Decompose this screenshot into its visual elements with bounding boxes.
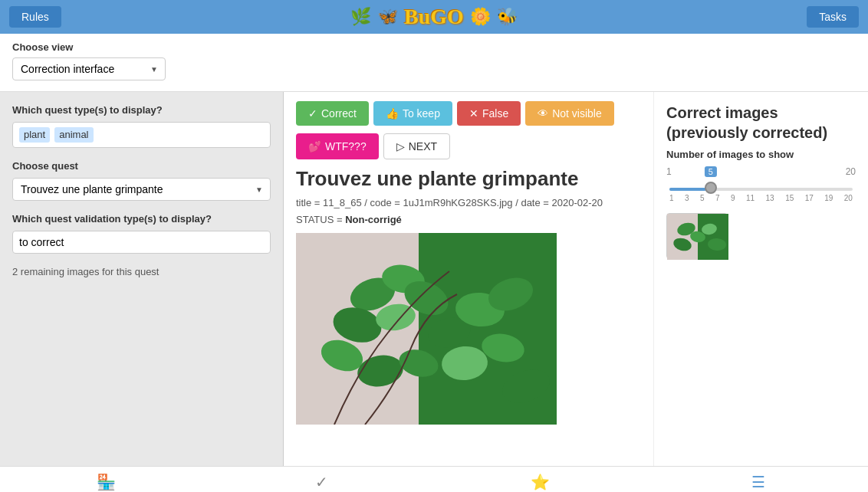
quest-select[interactable]: Trouvez une plante grimpante Find a tree… xyxy=(12,178,271,201)
tick-9: 9 xyxy=(731,194,735,202)
slider-tick-labels: 1 3 5 7 9 11 13 15 17 19 20 xyxy=(669,194,853,202)
quests-icon: ☰ xyxy=(751,473,765,491)
tick-7: 7 xyxy=(715,194,720,202)
slider-track: 5 xyxy=(669,188,853,191)
tick-13: 13 xyxy=(766,194,774,202)
slider-fill xyxy=(669,188,706,191)
status-value: Non-corrigé xyxy=(345,214,402,225)
nav-bounty[interactable]: ⭐ Bounty xyxy=(511,470,568,493)
logo-icon-right2: 🐝 xyxy=(497,7,518,27)
tick-19: 19 xyxy=(824,194,833,202)
center-content: ✓ Correct 👍 To keep ✕ False 👁 Not visibl… xyxy=(284,92,653,466)
quest-select-wrapper: Trouvez une plante grimpante Find a tree… xyxy=(12,178,271,201)
status-prefix: STATUS = xyxy=(296,214,345,225)
tick-11: 11 xyxy=(746,194,755,202)
choose-quest-section: Choose quest Trouvez une plante grimpant… xyxy=(12,160,271,201)
correct-button[interactable]: ✓ Correct xyxy=(296,101,369,126)
quest-meta: title = 11_8_65 / code = 1uJ1mR9hKG28SKS… xyxy=(296,195,641,211)
eye-icon: 👁 xyxy=(538,107,548,120)
store-icon: 🏪 xyxy=(97,473,116,491)
quest-types-input[interactable]: plant animal xyxy=(12,122,271,148)
tag-animal: animal xyxy=(54,127,93,143)
tick-1: 1 xyxy=(669,194,674,202)
top-nav: Rules 🌿 🦋 BuGO 🌼 🐝 Tasks xyxy=(0,0,868,34)
next-icon: ▷ xyxy=(396,140,405,153)
tick-15: 15 xyxy=(785,194,794,202)
action-buttons-row2: 💕 WTF??? ▷ NEXT xyxy=(296,133,641,159)
slider-section: Number of images to show 1 20 5 1 3 5 xyxy=(666,149,856,262)
sidebar: Which quest type(s) to display? plant an… xyxy=(0,92,284,466)
bottom-nav: 🏪 Store ✓ Submit ⭐ Bounty ☰ Quests xyxy=(0,466,868,492)
not-visible-button[interactable]: 👁 Not visible xyxy=(525,101,614,126)
view-select[interactable]: Correction interface Browse interface Qu… xyxy=(12,57,166,80)
nav-submit[interactable]: ✓ Submit xyxy=(293,470,350,493)
tasks-button[interactable]: Tasks xyxy=(807,6,859,28)
quest-types-label: Which quest type(s) to display? xyxy=(12,104,271,116)
slider-thumb[interactable] xyxy=(705,182,717,194)
tick-3: 3 xyxy=(685,194,689,202)
wtf-button[interactable]: 💕 WTF??? xyxy=(296,133,379,159)
checkmark-icon: ✓ xyxy=(308,107,317,120)
logo-area: 🌿 🦋 BuGO 🌼 🐝 xyxy=(350,5,518,29)
right-panel-title: Correct images (previously corrected) xyxy=(666,103,856,143)
logo-icon-right: 🌼 xyxy=(470,7,491,27)
choose-quest-label: Choose quest xyxy=(12,160,271,172)
cross-icon: ✕ xyxy=(469,107,478,120)
thumbsup-icon: 👍 xyxy=(386,107,399,120)
bounty-icon: ⭐ xyxy=(531,473,550,491)
rules-button[interactable]: Rules xyxy=(9,6,61,28)
slider-container: 5 1 3 5 7 9 11 13 15 17 19 20 xyxy=(666,188,856,202)
slider-max-label: 20 xyxy=(846,166,856,177)
logo-text: BuGO xyxy=(404,5,464,29)
keep-label: To keep xyxy=(403,107,440,120)
submit-icon: ✓ xyxy=(315,473,328,491)
quest-title: Trouvez une plante grimpante xyxy=(296,167,641,191)
correct-label: Correct xyxy=(321,107,357,120)
logo-icon-left2: 🦋 xyxy=(377,7,398,27)
validation-type-label: Which quest validation type(s) to displa… xyxy=(12,213,271,225)
action-buttons: ✓ Correct 👍 To keep ✕ False 👁 Not visibl… xyxy=(296,101,641,126)
view-select-wrapper: Correction interface Browse interface Qu… xyxy=(12,57,166,80)
next-label: NEXT xyxy=(409,140,437,153)
quest-image xyxy=(296,233,557,425)
quest-status: STATUS = Non-corrigé xyxy=(296,214,641,225)
remaining-text: 2 remaining images for this quest xyxy=(12,266,271,277)
wtf-label: WTF??? xyxy=(325,140,367,153)
corrected-images xyxy=(666,213,856,262)
corrected-thumb-1 xyxy=(666,213,728,259)
slider-thumb-container: 5 xyxy=(705,182,717,194)
keep-button[interactable]: 👍 To keep xyxy=(373,101,452,126)
nav-quests[interactable]: ☰ Quests xyxy=(730,470,787,493)
false-label: False xyxy=(482,107,508,120)
choose-view-label: Choose view xyxy=(12,41,856,53)
view-bar: Choose view Correction interface Browse … xyxy=(0,34,868,92)
validation-type-input[interactable] xyxy=(12,231,271,254)
validation-type-section: Which quest validation type(s) to displa… xyxy=(12,213,271,254)
heart-icon: 💕 xyxy=(308,140,321,153)
nav-store[interactable]: 🏪 Store xyxy=(81,470,131,493)
main-layout: Which quest type(s) to display? plant an… xyxy=(0,92,868,466)
tag-plant: plant xyxy=(19,127,50,143)
tick-5: 5 xyxy=(700,194,705,202)
slider-value-label: 5 xyxy=(705,166,717,177)
quest-types-section: Which quest type(s) to display? plant an… xyxy=(12,104,271,148)
slider-min-label: 1 xyxy=(666,166,672,177)
tick-20: 20 xyxy=(844,194,853,202)
tick-17: 17 xyxy=(805,194,814,202)
false-button[interactable]: ✕ False xyxy=(457,101,521,126)
not-visible-label: Not visible xyxy=(552,107,602,120)
logo-icon-left: 🌿 xyxy=(350,7,371,27)
right-panel: Correct images (previously corrected) Nu… xyxy=(653,92,868,466)
slider-label: Number of images to show xyxy=(666,149,856,160)
next-button[interactable]: ▷ NEXT xyxy=(383,133,450,159)
